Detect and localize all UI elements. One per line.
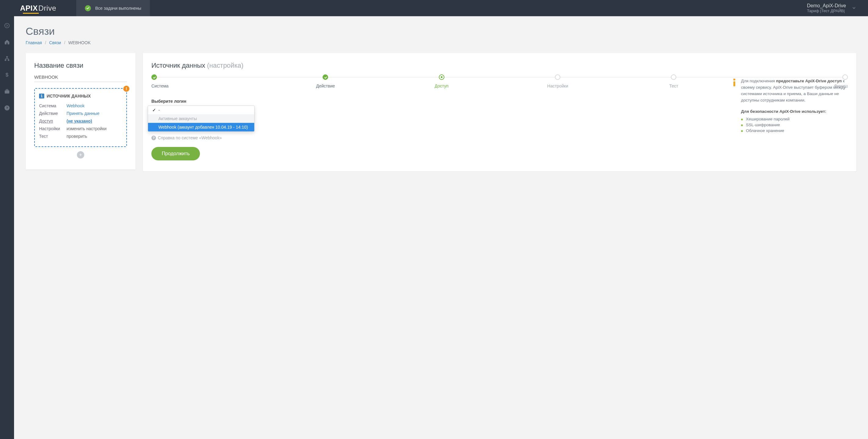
info-panel: Для подключения предоставьте ApiX-Drive … <box>732 78 848 134</box>
dropdown-option-webhook[interactable]: Webhook (аккаунт добавлен 10.04.19 - 14:… <box>148 123 254 131</box>
info-icon <box>732 79 737 104</box>
sidebar-item-billing[interactable]: $ <box>0 70 14 79</box>
heading-muted: (настройка) <box>207 62 243 69</box>
svg-text:?: ? <box>6 106 8 110</box>
row-access-value[interactable]: (не указано) <box>66 118 92 124</box>
security-item: Облачное хранение <box>741 128 848 134</box>
add-destination-button[interactable]: + <box>77 151 84 159</box>
row-action-value[interactable]: Принять данные <box>66 110 99 117</box>
svg-text:$: $ <box>5 72 8 78</box>
security-item: SSL-шифрование <box>741 122 848 128</box>
sidebar: $ ? <box>0 16 14 439</box>
card-heading-left: Название связи <box>34 62 127 69</box>
dropdown-option-none[interactable]: ✓- <box>148 106 254 114</box>
topbar: APIXDrive Все задачи выполнены Demo_ApiX… <box>0 0 868 16</box>
breadcrumb-home[interactable]: Главная <box>26 40 42 45</box>
info-para-lead: Для подключения <box>741 79 776 83</box>
login-select-wrap: ✓- Активные аккаунты Webhook (аккаунт до… <box>151 105 246 116</box>
connection-name-input[interactable] <box>34 74 127 79</box>
warning-badge-icon: ! <box>123 86 129 92</box>
step-label-action: Действие <box>316 83 335 89</box>
step-label-access: Доступ <box>435 83 448 89</box>
step-dot-finish[interactable] <box>842 74 848 80</box>
main-content: Связи Главная / Связи / WEBHOOK Название… <box>14 16 868 439</box>
step-dot-settings[interactable] <box>555 74 560 80</box>
sidebar-item-home[interactable] <box>0 37 14 47</box>
check-circle-icon <box>85 5 91 11</box>
sidebar-item-expand[interactable] <box>0 21 14 30</box>
breadcrumb-links[interactable]: Связи <box>49 40 61 45</box>
row-test-label: Тест <box>39 133 66 140</box>
step-dot-system[interactable] <box>151 74 157 80</box>
security-list: Хеширование паролей SSL-шифрование Облач… <box>741 116 848 134</box>
svg-rect-5 <box>5 91 9 94</box>
svg-rect-3 <box>8 60 9 61</box>
security-heading: Для безопасности ApiX-Drive использует: <box>741 109 848 114</box>
svg-rect-6 <box>6 89 8 90</box>
row-settings-label: Настройки <box>39 126 66 132</box>
svg-rect-1 <box>6 57 8 58</box>
page-title: Связи <box>26 25 857 37</box>
breadcrumb-current: WEBHOOK <box>68 40 91 45</box>
sidebar-item-connections[interactable] <box>0 54 14 63</box>
continue-button[interactable]: Продолжить <box>151 147 200 160</box>
card-connection-name: Название связи ! 1 ИСТОЧНИК ДАННЫХ Систе… <box>26 53 135 169</box>
security-item: Хеширование паролей <box>741 116 848 122</box>
info-para-bold: предоставьте ApiX-Drive доступ <box>776 79 842 83</box>
card-source-config: Источник данных (настройка) Система Дейс… <box>143 53 857 171</box>
source-number: 1 <box>39 94 44 98</box>
dropdown-group-active: Активные аккаунты <box>148 114 254 123</box>
logo-x: X <box>33 4 38 12</box>
login-dropdown: ✓- Активные аккаунты Webhook (аккаунт до… <box>148 105 254 132</box>
status-pill: Все задачи выполнены <box>76 0 150 16</box>
row-access-label: Доступ <box>39 118 66 124</box>
step-label-settings: Настройки <box>547 83 568 89</box>
logo-drive: Drive <box>38 4 57 12</box>
source-title: ИСТОЧНИК ДАННЫХ <box>47 94 91 98</box>
step-dot-access[interactable] <box>439 74 444 80</box>
step-label-test: Тест <box>669 83 678 89</box>
account-name: Demo_ApiX-Drive <box>807 3 846 8</box>
dropdown-option-text: Webhook (аккаунт добавлен 10.04.19 - 14:… <box>158 125 248 130</box>
step-dot-test[interactable] <box>671 74 676 80</box>
row-action-label: Действие <box>39 110 66 117</box>
dropdown-group-text: Активные аккаунты <box>158 116 197 121</box>
dropdown-current-text: - <box>158 108 160 112</box>
row-settings-value[interactable]: изменить настройки <box>66 126 106 132</box>
logo-api: API <box>20 4 33 12</box>
step-label-system: Система <box>151 83 168 89</box>
breadcrumb: Главная / Связи / WEBHOOK <box>26 40 857 45</box>
logo[interactable]: APIXDrive <box>0 0 76 16</box>
question-icon: ? <box>151 136 156 140</box>
row-system-value[interactable]: Webhook <box>66 103 85 109</box>
account-dropdown[interactable]: Demo_ApiX-Drive Тариф |Тест ДРАЙВ| <box>807 3 868 13</box>
step-dot-action[interactable] <box>322 74 328 80</box>
sidebar-item-briefcase[interactable] <box>0 87 14 96</box>
sidebar-item-help[interactable]: ? <box>0 103 14 112</box>
info-paragraph: Для подключения предоставьте ApiX-Drive … <box>741 78 848 104</box>
row-system-label: Система <box>39 103 66 109</box>
status-text: Все задачи выполнены <box>95 6 141 11</box>
account-tariff: Тариф |Тест ДРАЙВ| <box>807 8 846 13</box>
card-heading-right: Источник данных (настройка) <box>151 62 848 69</box>
source-box: ! 1 ИСТОЧНИК ДАННЫХ СистемаWebhook Дейст… <box>34 88 127 147</box>
svg-rect-2 <box>5 60 6 61</box>
help-text: Справка по системе «Webhook» <box>158 135 222 140</box>
help-link[interactable]: ? Справка по системе «Webhook» <box>151 135 848 140</box>
heading-main: Источник данных <box>151 62 205 69</box>
chevron-down-icon <box>852 5 856 11</box>
svg-point-0 <box>5 24 9 28</box>
row-test-value[interactable]: проверить <box>66 133 87 140</box>
